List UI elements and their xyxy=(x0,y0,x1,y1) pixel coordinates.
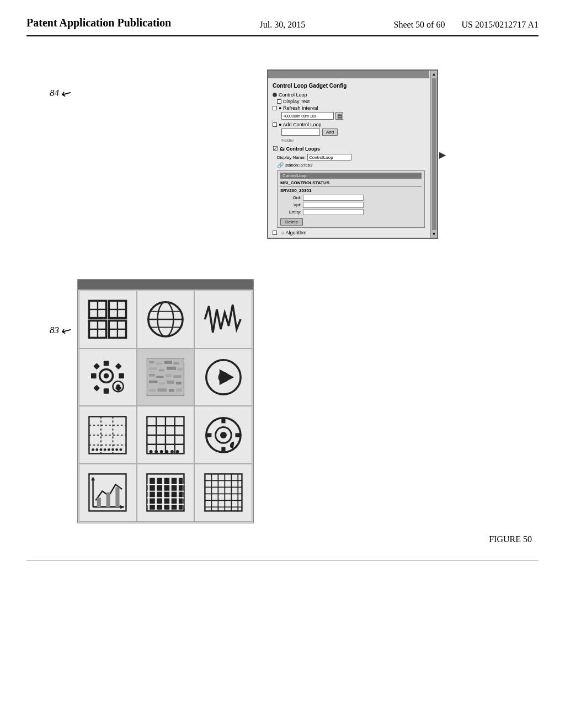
svg-rect-36 xyxy=(167,367,176,370)
settings-gear-icon xyxy=(204,415,243,455)
display-name-input[interactable]: ControlLoop xyxy=(307,154,351,160)
scroll-down-arrow[interactable]: ▼ xyxy=(431,231,438,238)
gadget-cell-grid4[interactable] xyxy=(79,291,137,349)
config-dialog: Control Loop Gadget Config Control Loop … xyxy=(267,69,438,239)
gadget-cell-gear[interactable] xyxy=(79,349,137,406)
check-add-cl xyxy=(273,122,277,127)
check-display-text xyxy=(277,99,281,104)
radio-display-text-label: Display Text xyxy=(283,99,310,104)
station-icon: 🔗 xyxy=(277,162,284,168)
svg-rect-83 xyxy=(221,418,225,424)
gadget-cell-barchart[interactable] xyxy=(137,464,195,522)
add-button[interactable]: Add xyxy=(322,129,338,136)
folder-label: Folder xyxy=(281,138,425,143)
ord-input[interactable] xyxy=(303,195,364,201)
svg-rect-40 xyxy=(166,374,172,377)
play-icon xyxy=(204,357,243,397)
gadget-cell-settings[interactable] xyxy=(194,406,252,464)
svg-marker-90 xyxy=(91,477,95,481)
svg-point-82 xyxy=(220,432,227,438)
svg-rect-41 xyxy=(173,375,181,378)
svg-point-61 xyxy=(100,448,103,451)
scroll-thumb[interactable] xyxy=(432,78,436,230)
radio-cl-label: 🗂 Control Loops xyxy=(280,146,320,152)
svg-rect-30 xyxy=(149,361,154,363)
publication-title: Patent Application Publication xyxy=(26,15,171,30)
gadget-cell-mixedchart[interactable] xyxy=(79,464,137,522)
svg-rect-105 xyxy=(205,474,242,511)
label-84: 84 ↙ xyxy=(50,86,71,100)
svg-point-75 xyxy=(154,450,158,453)
gadget-cell-globe[interactable] xyxy=(137,291,195,349)
bar-chart-icon xyxy=(146,473,185,512)
grid4-icon xyxy=(88,299,127,339)
svg-rect-43 xyxy=(159,383,165,385)
main-content: 84 ↙ 83 ↙ xyxy=(0,69,565,523)
svg-point-77 xyxy=(165,450,168,453)
svg-rect-99 xyxy=(172,478,177,510)
radio-control-loop[interactable]: Control Loop xyxy=(273,92,425,98)
radio-control-loop-label: Control Loop xyxy=(279,92,307,98)
gadget-cell-linedgrid[interactable] xyxy=(137,406,195,464)
svg-rect-97 xyxy=(157,478,162,510)
svg-point-79 xyxy=(176,450,179,453)
figure-caption: FIGURE 50 xyxy=(0,523,565,555)
svg-rect-42 xyxy=(149,381,158,383)
gear-complex-icon xyxy=(88,357,127,397)
header-divider xyxy=(26,35,539,36)
dense-grid-icon xyxy=(204,473,243,512)
config-panel-wrapper: Control Loop Gadget Config Control Loop … xyxy=(267,69,438,523)
radio-display-text[interactable]: Display Text xyxy=(277,99,425,104)
svg-point-60 xyxy=(96,448,99,451)
gadget-grid-panel xyxy=(77,279,254,523)
scroll-up-arrow[interactable]: ▲ xyxy=(431,71,438,78)
msi-value: MSI_CONTROLSTATUS xyxy=(280,180,329,185)
svg-rect-33 xyxy=(173,362,179,365)
svg-rect-85 xyxy=(206,433,212,437)
footer-divider xyxy=(26,560,539,560)
gadget-cell-wave[interactable] xyxy=(194,291,252,349)
svg-marker-91 xyxy=(120,505,124,509)
display-name-label: Display Name: xyxy=(277,155,306,160)
refresh-input-spinner[interactable]: ▤ xyxy=(335,112,343,120)
waveform-icon xyxy=(204,299,243,339)
gadget-cell-texture[interactable] xyxy=(137,349,195,406)
panel-right-arrow[interactable]: ▶ xyxy=(439,149,446,159)
radio-add-cl-label: ● Add Control Loop xyxy=(279,122,322,127)
page-header: Patent Application Publication Jul. 30, … xyxy=(0,0,565,35)
control-loop-popup: ControlLoop MSI_CONTROLSTATUS SRV200_203… xyxy=(277,170,425,228)
vpt-input[interactable] xyxy=(303,202,364,208)
svg-rect-94 xyxy=(116,488,120,507)
station-label: station:lb:fcb3 xyxy=(285,163,312,168)
svg-point-63 xyxy=(108,448,110,451)
svg-point-28 xyxy=(116,384,120,388)
gadget-cell-dotgrid[interactable] xyxy=(79,406,137,464)
svg-point-66 xyxy=(120,448,122,451)
gadget-cell-play[interactable] xyxy=(194,349,252,406)
svg-rect-21 xyxy=(91,373,97,379)
svg-rect-44 xyxy=(167,381,174,384)
figure-label: FIGURE 50 xyxy=(489,534,532,544)
label-84-text: 84 xyxy=(50,88,59,99)
svg-rect-100 xyxy=(179,478,183,510)
check-algorithm xyxy=(273,231,277,235)
delete-button[interactable]: Delete xyxy=(280,218,303,226)
popup-title: ControlLoop xyxy=(280,173,422,179)
svg-rect-35 xyxy=(159,370,164,372)
refresh-input[interactable]: +000000h 00m 10s xyxy=(281,112,334,120)
label-83-text: 83 xyxy=(50,325,59,336)
globe-icon xyxy=(146,299,185,339)
svg-point-62 xyxy=(104,448,106,451)
config-panel-title: Control Loop Gadget Config xyxy=(273,83,425,89)
scrollbar[interactable]: ▲ ▼ xyxy=(430,71,437,238)
entity-input[interactable] xyxy=(303,209,364,215)
svg-rect-22 xyxy=(119,373,125,379)
radio-control-loop-indicator xyxy=(273,93,277,97)
gadget-cell-densegrid[interactable] xyxy=(194,464,252,522)
svg-rect-86 xyxy=(235,433,241,437)
gadget-grid-container xyxy=(78,290,253,523)
patent-number: US 2015/0212717 A1 xyxy=(461,20,539,30)
svg-rect-23 xyxy=(94,363,100,370)
add-cl-input[interactable] xyxy=(281,129,320,136)
algo-radio: ○ Algorithm xyxy=(281,230,306,235)
